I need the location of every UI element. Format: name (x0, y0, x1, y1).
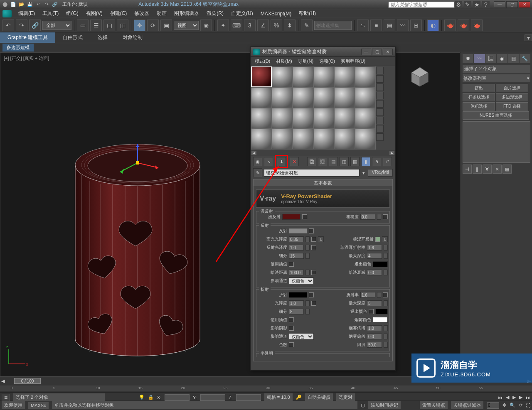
refr-gloss-spinner[interactable]: 1.0 (289, 300, 304, 306)
mat-slot-8[interactable] (272, 87, 293, 108)
play-prev-icon[interactable]: ◀ (506, 395, 509, 400)
angle-snap-button[interactable]: ∠ (257, 20, 269, 31)
ribbon-tab-object-paint[interactable]: 对象绘制 (115, 32, 150, 43)
redo-icon[interactable]: ↷ (43, 1, 50, 8)
scroll-left-icon[interactable]: ◀ (251, 151, 256, 155)
ior-map-slot[interactable] (383, 292, 388, 297)
play-next-icon[interactable]: ▶ (519, 395, 522, 400)
isolate-icon[interactable]: ▢ (361, 403, 365, 408)
search-input[interactable] (388, 1, 455, 8)
ior-spinner[interactable]: 1.6 (360, 292, 375, 298)
name-dropdown-icon[interactable]: ▾ (361, 170, 366, 176)
undo-icon[interactable]: ↶ (35, 1, 42, 8)
new-icon[interactable]: 📄 (10, 1, 17, 8)
fog-bias-spinner[interactable]: 0.0 (367, 334, 382, 339)
redo-button[interactable]: ↷ (16, 20, 27, 31)
maximize-button[interactable]: ▢ (506, 1, 518, 8)
scale-button[interactable]: ▣ (160, 20, 172, 31)
material-type-button[interactable]: VRayMtl (368, 169, 393, 177)
minimize-button[interactable]: — (494, 1, 505, 8)
curve-editor-button[interactable]: 〰 (397, 20, 409, 31)
selection-filter-dropdown[interactable]: 全部 (42, 21, 71, 30)
modifier-stack[interactable] (463, 121, 530, 163)
mod-btn-extrude[interactable]: 挤出 (463, 84, 495, 92)
mat-menu-options[interactable]: 选项(O) (317, 57, 337, 65)
mod-btn-patchsel[interactable]: 面片选择 (496, 84, 528, 92)
select-name-button[interactable]: ☰ (90, 20, 102, 31)
background-icon[interactable] (376, 83, 384, 91)
nav-pan-icon[interactable]: ✥ (502, 403, 506, 408)
mat-slot-15[interactable] (293, 108, 313, 129)
open-icon[interactable]: 📂 (18, 1, 25, 8)
menu-edit[interactable]: 编辑(E) (15, 9, 38, 18)
mat-slot-16[interactable] (313, 108, 334, 129)
uv-tile-icon[interactable] (376, 92, 384, 99)
mat-menu-mode[interactable]: 模式(D) (252, 57, 273, 65)
mod-btn-ffdsel[interactable]: FFD 选择 (496, 102, 528, 110)
select-button[interactable]: ▭ (77, 20, 89, 31)
make-preview-icon[interactable] (376, 108, 384, 116)
reflect-map-slot[interactable] (309, 228, 314, 233)
mat-slot-23[interactable] (334, 129, 355, 150)
undo-button[interactable]: ↶ (2, 20, 14, 31)
cmd-tab-display[interactable]: ▦ (508, 54, 519, 63)
mat-slot-21[interactable] (293, 129, 313, 150)
cmd-tab-motion[interactable]: ◉ (497, 54, 507, 63)
refract-color-swatch[interactable] (289, 292, 307, 298)
mat-slot-4[interactable] (313, 66, 334, 87)
snap-button[interactable]: 3 (244, 20, 256, 31)
menu-maxscript[interactable]: MAXScript(M) (257, 10, 295, 17)
mat-map-nav-icon[interactable] (376, 133, 384, 141)
maxscript-label[interactable]: MAXSc (28, 402, 49, 409)
mat-slot-1[interactable] (251, 66, 272, 87)
menu-create[interactable]: 创建(C) (107, 9, 131, 18)
unique-icon[interactable]: ∀ (483, 164, 492, 174)
lock-icon[interactable]: 💡 (139, 395, 145, 400)
mat-slot-5[interactable] (334, 66, 355, 87)
configure-icon[interactable]: ▤ (502, 164, 512, 174)
link-button[interactable]: 🔗 (29, 20, 41, 31)
mat-min-button[interactable]: — (361, 49, 371, 55)
show-end-result-icon[interactable]: ▮ (361, 157, 370, 166)
roughness-spinner[interactable]: 0.0 (360, 214, 375, 220)
percent-snap-button[interactable]: % (271, 20, 282, 31)
put-to-lib-icon[interactable]: ▤ (329, 157, 338, 166)
mod-btn-splinesel[interactable]: 样条线选择 (463, 93, 495, 101)
play-icon[interactable]: ▶ (512, 395, 516, 400)
refr-exit-swatch[interactable] (375, 309, 388, 314)
menu-tools[interactable]: 工具(T) (39, 9, 62, 18)
named-sel-button[interactable]: ✎ (301, 20, 313, 31)
max-logo-icon[interactable] (2, 10, 12, 17)
ribbon-collapse-icon[interactable]: ▾ (525, 34, 532, 41)
close-button[interactable]: ✕ (519, 1, 530, 8)
use-interp-checkbox[interactable] (289, 262, 294, 267)
mat-slot-19[interactable] (251, 129, 272, 150)
menu-animation[interactable]: 动画 (153, 9, 170, 18)
nav-orbit-icon[interactable]: ⟳ (519, 403, 522, 408)
pin-stack-icon[interactable]: ⊣ (463, 164, 472, 174)
ribbon-polymodel-button[interactable]: 多边形建模 (2, 44, 34, 52)
hilight-map-slot[interactable] (311, 237, 316, 242)
hilight-gloss-spinner[interactable]: 0.85 (289, 236, 304, 242)
mat-menu-utils[interactable]: 实用程序(U) (338, 57, 368, 65)
layers-button[interactable]: ▤ (384, 20, 395, 31)
mat-slot-9[interactable] (293, 87, 313, 108)
mat-id-icon[interactable]: ◫ (340, 157, 349, 166)
mat-slot-6[interactable] (355, 66, 376, 87)
refr-gloss-map-slot[interactable] (311, 301, 316, 306)
align-button[interactable]: ≡ (370, 20, 382, 31)
current-frame-input[interactable] (487, 402, 499, 409)
remove-mod-icon[interactable]: ✕ (493, 164, 502, 174)
render-button[interactable]: 🫖 (471, 20, 483, 31)
menu-customize[interactable]: 自定义(U) (228, 9, 256, 18)
menu-grapheditors[interactable]: 图形编辑器 (171, 9, 202, 18)
roughness-spin-buttons[interactable] (377, 214, 381, 220)
mat-menu-material[interactable]: 材质(M) (273, 57, 295, 65)
named-sel-input[interactable] (314, 21, 352, 30)
timeline-prev-icon[interactable]: ◀ (0, 378, 6, 384)
hilight-L-button[interactable]: L (318, 236, 324, 242)
fresnel-L-button[interactable]: L (382, 236, 388, 242)
mat-slot-2[interactable] (272, 66, 293, 87)
lock2-icon[interactable]: 🔒 (148, 395, 154, 400)
dim-falloff-spinner[interactable]: 0.0 (367, 270, 382, 275)
